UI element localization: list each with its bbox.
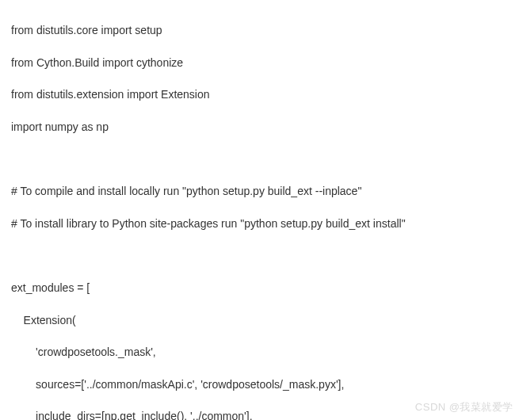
code-line: # To install library to Python site-pack… [11,216,512,231]
code-block: from distutils.core import setup from Cy… [11,6,512,420]
code-line: Extension( [11,312,512,328]
code-line: from distutils.core import setup [11,22,512,38]
code-line: ext_modules = [ [11,280,512,296]
code-line: from distutils.extension import Extensio… [11,86,512,102]
code-line: # To compile and install locally run "py… [11,183,512,199]
code-line: sources=['../common/maskApi.c', 'crowdpo… [11,376,512,392]
code-line [11,247,512,263]
code-line: import numpy as np [11,119,512,135]
code-line [11,151,512,167]
code-line: 'crowdposetools._mask', [11,344,512,360]
watermark: CSDN @我菜就爱学 [415,400,513,415]
code-line: from Cython.Build import cythonize [11,55,512,71]
